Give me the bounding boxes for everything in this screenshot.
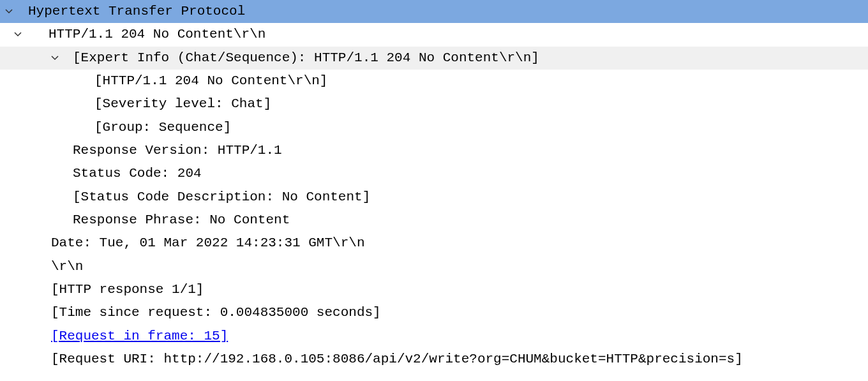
request-uri-row[interactable]: [Request URI: http://192.168.0.105:8086/… bbox=[0, 348, 868, 371]
expert-info-message-row[interactable]: [HTTP/1.1 204 No Content\r\n] bbox=[0, 70, 868, 93]
status-code-label: Status Code: 204 bbox=[73, 162, 868, 185]
time-since-request-row[interactable]: [Time since request: 0.004835000 seconds… bbox=[0, 301, 868, 324]
crlf-row[interactable]: \r\n bbox=[0, 255, 868, 278]
http-response-label: [HTTP response 1/1] bbox=[51, 278, 868, 301]
response-version-label: Response Version: HTTP/1.1 bbox=[73, 139, 868, 162]
expert-info-severity-row[interactable]: [Severity level: Chat] bbox=[0, 93, 868, 116]
date-row[interactable]: Date: Tue, 01 Mar 2022 14:23:31 GMT\r\n bbox=[0, 232, 868, 255]
status-code-desc-row[interactable]: [Status Code Description: No Content] bbox=[0, 186, 868, 209]
status-line-row[interactable]: HTTP/1.1 204 No Content\r\n bbox=[0, 23, 868, 46]
request-in-frame-row[interactable]: [Request in frame: 15] bbox=[0, 325, 868, 348]
expert-info-message-label: [HTTP/1.1 204 No Content\r\n] bbox=[94, 70, 868, 93]
date-label: Date: Tue, 01 Mar 2022 14:23:31 GMT\r\n bbox=[51, 232, 868, 255]
request-in-frame-link[interactable]: [Request in frame: 15] bbox=[51, 325, 868, 348]
protocol-header-label: Hypertext Transfer Protocol bbox=[15, 0, 868, 23]
expert-info-severity-label: [Severity level: Chat] bbox=[94, 93, 868, 116]
response-phrase-row[interactable]: Response Phrase: No Content bbox=[0, 209, 868, 232]
response-version-row[interactable]: Response Version: HTTP/1.1 bbox=[0, 139, 868, 162]
time-since-request-label: [Time since request: 0.004835000 seconds… bbox=[51, 301, 868, 324]
status-code-row[interactable]: Status Code: 204 bbox=[0, 162, 868, 185]
chevron-down-icon[interactable] bbox=[11, 31, 24, 38]
http-response-row[interactable]: [HTTP response 1/1] bbox=[0, 278, 868, 301]
crlf-label: \r\n bbox=[51, 255, 868, 278]
chevron-down-icon[interactable] bbox=[49, 54, 61, 62]
protocol-header-row[interactable]: Hypertext Transfer Protocol bbox=[0, 0, 868, 23]
expert-info-group-row[interactable]: [Group: Sequence] bbox=[0, 116, 868, 139]
status-code-desc-label: [Status Code Description: No Content] bbox=[73, 186, 868, 209]
expert-info-header-row[interactable]: [Expert Info (Chat/Sequence): HTTP/1.1 2… bbox=[0, 47, 868, 70]
chevron-down-icon[interactable] bbox=[3, 8, 15, 15]
request-uri-label: [Request URI: http://192.168.0.105:8086/… bbox=[51, 348, 868, 371]
status-line-label: HTTP/1.1 204 No Content\r\n bbox=[24, 23, 868, 46]
expert-info-header-label: [Expert Info (Chat/Sequence): HTTP/1.1 2… bbox=[61, 47, 868, 70]
response-phrase-label: Response Phrase: No Content bbox=[73, 209, 868, 232]
expert-info-group-label: [Group: Sequence] bbox=[94, 116, 868, 139]
